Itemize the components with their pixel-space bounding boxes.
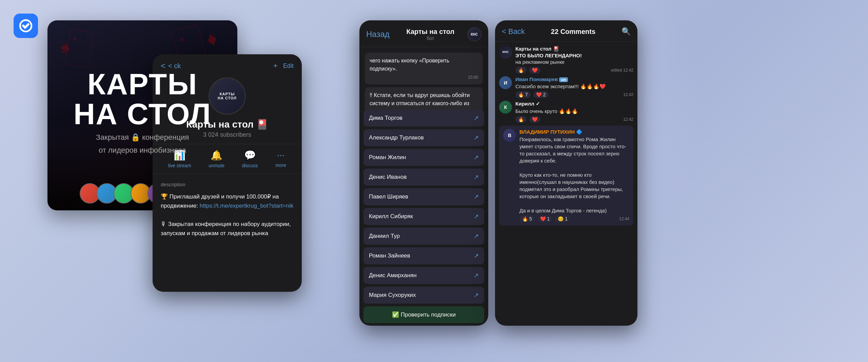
comment-time-1: 12:42 (623, 92, 633, 97)
reaction-fire-3[interactable]: 🔥 5 (519, 215, 535, 222)
comment-highlight-0: ЭТО БЫЛО ЛЕГЕНДАРНО! (515, 53, 633, 58)
comment-name-1: Иван Пономарев wh (515, 76, 633, 82)
comment-time-0: edited 12:42 (611, 68, 633, 73)
bot-message-warning: ‼ Кстати, если ты вдруг решишь обойти си… (365, 87, 483, 110)
comments-list: КНС Карты на стол 🎴 ЭТО БЫЛО ЛЕГЕНДАРНО!… (495, 42, 637, 326)
comment-text-2: Было очень круто 🔥🔥🔥 (515, 108, 633, 115)
action-more-button[interactable]: ··· more (275, 150, 286, 168)
svg-text:♦: ♦ (178, 33, 185, 45)
app-logo (14, 14, 38, 38)
description-link[interactable]: https://t.me/expertkrug_bot?start=nik (200, 203, 293, 209)
reaction-fire-0[interactable]: 🔥 (515, 67, 527, 74)
comments-title: 22 Comments (551, 28, 595, 36)
reaction-fire-2[interactable]: 🔥 (515, 116, 527, 123)
comment-avatar-3: В (503, 129, 516, 142)
reaction-heart-3[interactable]: ❤️ 1 (537, 215, 553, 222)
bot-menu-item-8[interactable]: Денис Амирханян ↗ (363, 267, 484, 284)
svg-text:♠: ♠ (72, 33, 78, 43)
comment-name-3: ВЛАДИМИР ПУТИХИН 🔷 (519, 129, 629, 135)
bot-verify-button[interactable]: ✅ Проверить подписки (363, 306, 484, 323)
comment-item-3: В ВЛАДИМИР ПУТИХИН 🔷 Понравилось, как гр… (499, 126, 633, 226)
reaction-heart-1[interactable]: ❤️ 2 (533, 91, 549, 98)
bot-menu-item-9[interactable]: Мария Сухоруких ↗ (363, 287, 484, 304)
bot-message-1: чего нажать кнопку «Проверить подписку».… (365, 53, 483, 84)
bot-menu-item-7[interactable]: Роман Зайнеев ↗ (363, 247, 484, 264)
action-discuss-button[interactable]: 💬 discuss (242, 150, 258, 168)
comment-item-1: И Иван Пономарев wh Спасибо всем эксперт… (499, 76, 633, 98)
comment-name-2: Кирилл ✓ (515, 101, 633, 107)
channel-add-button[interactable]: + (273, 61, 278, 70)
bot-menu-item-3[interactable]: Денис Иванов ↗ (363, 169, 484, 186)
description-text: 🏆 Приглашай друзей и получи 100.000₽ на … (161, 192, 294, 238)
comment-name-0: Карты на стол 🎴 (515, 46, 633, 52)
comments-panel: < Back 22 Comments 🔍 КНС Карты на стол 🎴… (495, 20, 637, 326)
bot-menu-item-4[interactable]: Павел Ширяев ↗ (363, 188, 484, 205)
bot-logo: КНС (467, 27, 481, 41)
bot-menu-item-0[interactable]: Дима Торгов ↗ (363, 110, 484, 127)
channel-logo: КАРТЫ НА СТОЛ (209, 77, 246, 115)
poster-title: КАРТЫ НА СТОЛ Закрытая 🔒 конференция от … (74, 69, 211, 155)
channel-edit-button[interactable]: Edit (283, 62, 294, 70)
bot-menu-item-5[interactable]: Кирилл Сибиряк ↗ (363, 208, 484, 225)
bot-menu-item-2[interactable]: Роман Жилин ↗ (363, 149, 484, 166)
bot-menu-list: Дима Торгов ↗ Александр Турлаков ↗ Роман… (359, 110, 488, 304)
bot-subtitle: бот (394, 36, 467, 41)
bot-menu-item-1[interactable]: Александр Турлаков ↗ (363, 129, 484, 146)
comment-text-1: Спасибо всем экспертам!!! 🔥🔥🔥❤️ (515, 83, 633, 90)
comment-item-2: К Кирилл ✓ Было очень круто 🔥🔥🔥 🔥 ❤️ 12:… (499, 101, 633, 123)
reaction-smile-3[interactable]: 😊 1 (555, 215, 570, 222)
description-label: description (161, 181, 294, 189)
bot-menu-item-6[interactable]: Даниил Тур ↗ (363, 228, 484, 245)
reaction-fire-1[interactable]: 🔥 7 (515, 91, 531, 98)
bot-back-button[interactable]: Назад (366, 30, 390, 39)
comments-search-button[interactable]: 🔍 (622, 27, 631, 36)
comment-avatar-0: КНС (499, 46, 512, 59)
comment-avatar-1: И (499, 76, 512, 89)
svg-rect-2 (65, 29, 94, 68)
comment-text-3: Понравилось, как грамотно Рома Жилин уме… (519, 136, 629, 214)
reaction-heart-0[interactable]: ❤️ (529, 67, 540, 74)
comments-back-button[interactable]: < Back (502, 27, 525, 36)
comment-time-2: 12:42 (623, 117, 633, 122)
reaction-heart-2[interactable]: ❤️ (529, 116, 540, 123)
comment-avatar-2: К (499, 101, 512, 114)
bot-chat-panel: Назад Карты на стол бот КНС чего нажать … (359, 20, 488, 326)
comment-text-0: на рекламном рынке (515, 58, 633, 65)
comment-time-3: 12:44 (619, 216, 629, 221)
bot-title: Карты на стол (394, 28, 467, 36)
comment-item-0: КНС Карты на стол 🎴 ЭТО БЫЛО ЛЕГЕНДАРНО!… (499, 46, 633, 74)
